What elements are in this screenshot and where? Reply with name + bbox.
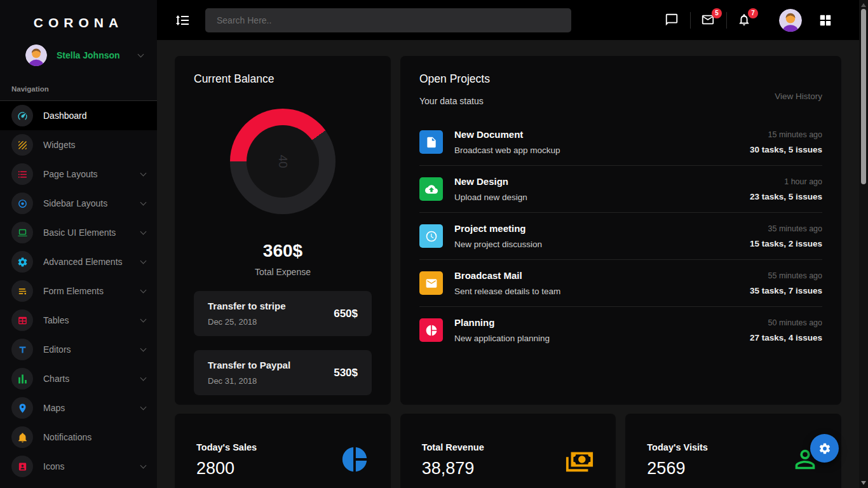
project-title: Project meeting (454, 223, 542, 234)
project-row[interactable]: Project meeting New project discussion 3… (419, 213, 822, 260)
main-content: Current Balance 40 360$ Total Expense Tr… (157, 40, 859, 488)
search-input[interactable] (205, 8, 571, 32)
project-time: 35 minutes ago (750, 224, 822, 233)
envelope-icon (419, 271, 443, 295)
avatar (25, 44, 47, 66)
navbar-actions: 5 7 (654, 0, 841, 40)
sidebar-item-label: Basic UI Elements (43, 227, 116, 238)
avatar[interactable] (779, 9, 802, 32)
user-name: Stella Johnson (57, 50, 120, 60)
chevron-down-icon (140, 462, 147, 468)
sidebar-item-tables[interactable]: Tables (0, 306, 157, 335)
transfer-row[interactable]: Transfer to stripe Dec 25, 2018 650$ (194, 291, 372, 336)
sidebar-item-dashboard[interactable]: Dashboard (0, 101, 157, 130)
scrollbar-down-arrow[interactable] (861, 481, 866, 485)
chevron-down-icon (140, 257, 147, 264)
sidebar-item-label: Page Layouts (43, 169, 98, 179)
chevron-down-icon (140, 170, 147, 176)
balance-donut-chart: 40 (230, 109, 336, 214)
card-title: Open Projects (419, 72, 490, 86)
project-title: Broadcast Mail (454, 270, 560, 281)
project-tasks: 23 tasks, 5 issues (750, 192, 822, 201)
sidebar-item-page-layouts[interactable]: Page Layouts (0, 159, 157, 189)
project-tasks: 27 tasks, 4 issues (750, 333, 822, 342)
sidebar-item-basic-ui-elements[interactable]: Basic UI Elements (0, 218, 157, 247)
search-box (205, 8, 571, 32)
sidebar-item-label: Form Elements (43, 286, 104, 296)
gear-icon (818, 442, 831, 455)
sidebar: CORONA Stella Johnson Navigation Dashboa… (0, 0, 157, 488)
user-menu[interactable]: Stella Johnson (25, 44, 146, 66)
sidebar-item-advanced-elements[interactable]: Advanced Elements (0, 247, 157, 276)
laptop-icon (11, 222, 33, 243)
transfer-title: Transfer to stripe (208, 301, 286, 311)
sidebar-item-widgets[interactable]: Widgets (0, 130, 157, 159)
document-icon (419, 130, 443, 154)
card-subtitle: Your data status (419, 96, 490, 106)
stat-value: 38,879 (422, 459, 484, 478)
transfer-amount: 530$ (334, 367, 358, 379)
chevron-down-icon (140, 345, 147, 351)
transfer-date: Dec 25, 2018 (208, 317, 286, 327)
chevron-down-icon (140, 287, 147, 293)
mail-icon[interactable]: 5 (701, 13, 716, 28)
project-tasks: 15 tasks, 2 issues (750, 239, 822, 248)
project-row[interactable]: New Document Broadcast web app mockup 15… (419, 119, 822, 166)
notifications-bell-icon[interactable]: 7 (737, 13, 752, 28)
project-title: Planning (454, 317, 550, 328)
sidebar-item-form-elements[interactable]: Form Elements (0, 276, 157, 306)
sidebar-item-label: Dashboard (43, 111, 87, 121)
map-pin-icon (11, 397, 33, 419)
sidebar-item-label: Sidebar Layouts (43, 198, 107, 208)
app-logo: CORONA (0, 0, 157, 30)
scrollbar-thumb[interactable] (861, 9, 866, 184)
speedometer-icon (11, 105, 33, 126)
sidebar-item-icons[interactable]: Icons (0, 452, 157, 481)
cash-icon (565, 445, 594, 477)
settings-fab-button[interactable] (810, 434, 839, 463)
scrollbar-up-arrow[interactable] (861, 3, 866, 7)
sidebar-item-editors[interactable]: Editors (0, 335, 157, 364)
notification-badge: 7 (748, 8, 758, 18)
sidebar-item-label: Charts (43, 374, 69, 384)
contact-card-icon (11, 456, 33, 477)
project-tasks: 30 tasks, 5 issues (750, 145, 822, 154)
project-row[interactable]: Planning New application planning 50 min… (419, 307, 822, 353)
view-history-link[interactable]: View History (775, 92, 822, 101)
project-time: 55 minutes ago (750, 271, 822, 280)
cloud-upload-icon (419, 177, 443, 201)
donut-hole: 40 (247, 125, 319, 198)
transfer-row[interactable]: Transfer to Paypal Dec 31, 2018 530$ (194, 350, 372, 395)
sidebar-item-maps[interactable]: Maps (0, 393, 157, 423)
project-title: New Document (454, 129, 560, 140)
stat-value: 2569 (647, 459, 708, 478)
sidebar-item-label: Advanced Elements (43, 257, 123, 267)
project-desc: New application planning (454, 334, 550, 343)
current-balance-card: Current Balance 40 360$ Total Expense Tr… (175, 56, 391, 405)
chevron-down-icon (140, 199, 147, 205)
sidebar-item-sidebar-layouts[interactable]: Sidebar Layouts (0, 189, 157, 218)
menu-toggle-icon[interactable] (175, 13, 190, 28)
sidebar-item-charts[interactable]: Charts (0, 364, 157, 393)
sidebar-item-label: Notifications (43, 432, 92, 442)
sidebar-item-label: Widgets (43, 140, 76, 150)
sidebar-item-notifications[interactable]: Notifications (0, 423, 157, 452)
open-projects-card: Open Projects Your data status View Hist… (400, 56, 841, 405)
stat-label: Total Revenue (422, 442, 484, 452)
chevron-down-icon (140, 228, 147, 234)
project-row[interactable]: New Design Upload new design 1 hour ago … (419, 166, 822, 213)
apps-grid-icon[interactable] (818, 13, 832, 27)
sidebar-item-label: Maps (43, 403, 65, 413)
stat-label: Today's Visits (647, 442, 708, 452)
form-lines-icon (11, 280, 33, 302)
project-desc: Upload new design (454, 193, 527, 202)
project-row[interactable]: Broadcast Mail Sent release details to t… (419, 260, 822, 307)
pie-chart-icon (340, 445, 369, 477)
stat-value: 2800 (196, 459, 257, 478)
text-icon (11, 339, 33, 360)
sidebar-nav: Dashboard Widgets Page Layouts Sidebar L… (0, 100, 157, 481)
transfer-date: Dec 31, 2018 (208, 376, 290, 386)
sidebar-item-label: Icons (43, 461, 64, 471)
divider (726, 12, 727, 29)
chat-icon[interactable] (665, 13, 680, 28)
